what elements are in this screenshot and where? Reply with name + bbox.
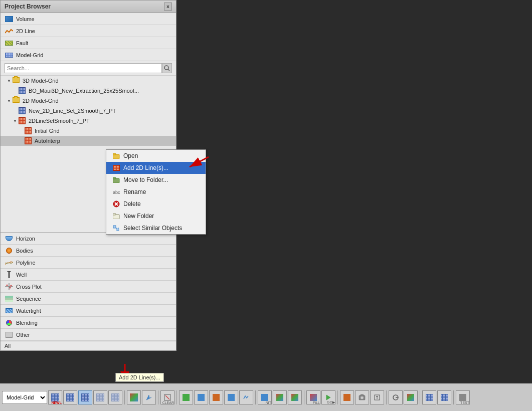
toolbar-btn-2[interactable] xyxy=(63,390,77,404)
open-icon xyxy=(112,152,120,160)
tree-label-new-2d-line: New_2D_Line_Set_2Smooth_7_PT xyxy=(29,108,116,114)
toolbar-sep-6 xyxy=(337,390,338,404)
toolbar-btn-blue2[interactable] xyxy=(224,390,238,404)
toolbar-btn-arrow[interactable] xyxy=(142,390,156,404)
category-bodies-label: Bodies xyxy=(16,248,33,254)
toolbar-btn-orange2[interactable] xyxy=(340,390,354,404)
tree-item-2d-model-grid[interactable]: 2D Model-Grid xyxy=(1,96,176,106)
category-bodies[interactable]: Bodies xyxy=(1,245,176,257)
category-fault[interactable]: Fault xyxy=(1,37,176,49)
toolbar-btn-init[interactable]: INIT xyxy=(258,390,272,404)
toolbar-sep-7 xyxy=(386,390,387,404)
toolbar-btn-blue1[interactable] xyxy=(194,390,208,404)
svg-point-0 xyxy=(164,66,168,70)
toolbar-sep-5 xyxy=(304,390,304,404)
toolbar-btn-test[interactable]: TEST xyxy=(456,390,470,404)
new-folder-icon xyxy=(112,212,120,220)
category-modelgrid[interactable]: Model-Grid xyxy=(1,49,176,61)
toolbar-btn-4[interactable] xyxy=(93,390,107,404)
tree-label-3d-model-grid: 3D Model-Grid xyxy=(23,78,59,84)
context-menu-open-label: Open xyxy=(123,152,138,159)
tree-item-initial-grid[interactable]: Initial Grid xyxy=(1,126,176,136)
category-horizon-label: Horizon xyxy=(16,236,35,242)
toolbar-btn-blue3[interactable] xyxy=(239,390,253,404)
tree-item-bo-maui3d[interactable]: BO_Maui3D_New_Extraction_25x25Smoot... xyxy=(1,86,176,96)
toolbar-btn-multi4[interactable] xyxy=(404,390,418,404)
polyline-icon xyxy=(5,259,14,266)
tree-item-3d-model-grid[interactable]: 3D Model-Grid xyxy=(1,76,176,86)
category-watertight-label: Watertight xyxy=(16,308,41,314)
toolbar-btn-multi3[interactable] xyxy=(288,390,302,404)
toolbar-btn-grid1[interactable] xyxy=(422,390,436,404)
panel-header: Project Browser × xyxy=(1,1,176,13)
context-menu-select-similar-label: Select Similar Objects xyxy=(123,225,182,232)
folder-icon-2d xyxy=(13,97,21,104)
context-menu-add-2d-label: Add 2D Line(s)... xyxy=(123,164,168,171)
category-sequence-label: Sequence xyxy=(16,296,41,302)
context-menu-delete[interactable]: Delete xyxy=(106,198,206,210)
search-button[interactable] xyxy=(162,63,172,73)
tree-item-autointerp[interactable]: AutoInterp xyxy=(1,136,176,146)
toolbar-btn-photo[interactable] xyxy=(355,390,369,404)
toolbar-btn-circle[interactable] xyxy=(389,390,403,404)
search-input[interactable] xyxy=(5,63,162,73)
toolbar-btn-5[interactable] xyxy=(108,390,122,404)
svg-marker-28 xyxy=(326,395,330,400)
tree-label-2dlinesetsmooth: 2DLineSetSmooth_7_PT xyxy=(29,118,90,124)
tree-arrow-2d-model-grid xyxy=(7,98,12,103)
toolbar-btn-go[interactable]: GO▶ xyxy=(321,390,335,404)
toolbar-btn-orange1[interactable] xyxy=(209,390,223,404)
bottom-categories: Horizon Bodies Polyline Well Cross Plot xyxy=(1,232,176,341)
toolbar-btn-fill[interactable]: FILL xyxy=(306,390,320,404)
toolbar-sep-2 xyxy=(158,390,158,404)
category-polyline[interactable]: Polyline xyxy=(1,257,176,269)
sm-grid2-icon-lineset xyxy=(19,117,27,124)
svg-rect-22 xyxy=(113,226,116,228)
category-modelgrid-label: Model-Grid xyxy=(16,52,43,58)
context-menu-delete-label: Delete xyxy=(123,200,141,208)
category-well[interactable]: Well xyxy=(1,269,176,281)
context-menu-select-similar[interactable]: Select Similar Objects xyxy=(106,222,206,234)
context-menu-rename[interactable]: abc Rename xyxy=(106,186,206,198)
tree-label-autointerp: AutoInterp xyxy=(35,138,60,144)
svg-line-27 xyxy=(165,395,169,399)
category-blending[interactable]: Blending xyxy=(1,317,176,329)
category-polyline-label: Polyline xyxy=(16,260,36,266)
well-icon xyxy=(5,271,14,278)
category-sequence[interactable]: Sequence xyxy=(1,293,176,305)
category-well-label: Well xyxy=(16,272,27,278)
toolbar-sep-1 xyxy=(124,390,125,404)
panel-close-button[interactable]: × xyxy=(164,3,172,11)
tree-label-bo-maui3d: BO_Maui3D_New_Extraction_25x25Smoot... xyxy=(29,88,139,94)
fault-icon xyxy=(5,40,14,47)
svg-line-1 xyxy=(168,69,169,71)
delete-icon xyxy=(112,200,120,208)
all-row[interactable]: All xyxy=(1,341,176,350)
category-watertight[interactable]: Watertight xyxy=(1,305,176,317)
volume-icon xyxy=(5,16,14,23)
context-menu-new-folder[interactable]: New Folder xyxy=(106,210,206,222)
category-volume[interactable]: Volume xyxy=(1,13,176,25)
tree-arrow-3d-model-grid xyxy=(7,78,12,83)
toolbar-btn-clear[interactable]: CLEAR xyxy=(160,390,174,404)
select-similar-icon xyxy=(112,224,120,232)
toolbar-btn-multi1[interactable] xyxy=(127,390,141,404)
toolbar-btn-grid2[interactable] xyxy=(437,390,451,404)
toolbar-btn-green1[interactable] xyxy=(179,390,193,404)
category-other[interactable]: Other xyxy=(1,329,176,341)
svg-rect-31 xyxy=(361,394,364,396)
toolbar-btn-add-2d-active[interactable] xyxy=(78,390,92,404)
tree-item-new-2d-line[interactable]: New_2D_Line_Set_2Smooth_7_PT xyxy=(1,106,176,116)
svg-rect-11 xyxy=(5,300,13,302)
toolbar-btn-export[interactable] xyxy=(370,390,384,404)
category-2dline[interactable]: 2D Line xyxy=(1,25,176,37)
toolbar-dropdown[interactable]: Model-Grid Volume 2D Line Fault Horizon xyxy=(2,391,47,404)
toolbar-btn-multi2[interactable] xyxy=(273,390,287,404)
toolbar-btn-newl[interactable]: NEWL xyxy=(48,390,62,404)
toolbar-tooltip: Add 2D Line(s)... xyxy=(115,373,164,382)
context-menu-new-folder-label: New Folder xyxy=(123,213,154,220)
tree-item-2dlinesetsmooth[interactable]: 2DLineSetSmooth_7_PT xyxy=(1,116,176,126)
bodies-icon xyxy=(5,247,14,254)
modelgrid-icon xyxy=(5,52,14,59)
category-crossplot[interactable]: Cross Plot xyxy=(1,281,176,293)
